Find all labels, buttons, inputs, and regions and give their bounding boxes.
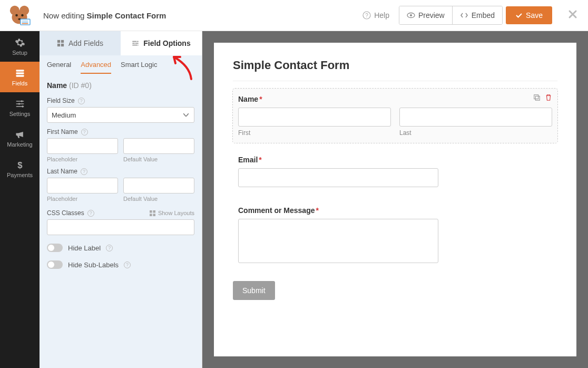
svg-point-17 [21,100,22,102]
nav-setup-label: Setup [12,50,27,56]
css-classes-input[interactable] [47,219,194,235]
field-heading-name: Name [47,81,67,90]
svg-rect-21 [57,40,60,43]
subtab-smart-logic[interactable]: Smart Logic [121,61,157,74]
placeholder-sublabel: Placeholder [47,156,118,162]
preview-submit-button[interactable]: Submit [233,281,275,300]
last-name-placeholder-input[interactable] [47,178,118,193]
eye-icon [407,11,415,20]
tab-field-options[interactable]: Field Options [121,31,202,55]
gear-icon [15,37,25,48]
field-size-select[interactable]: Medium [47,107,194,123]
wpforms-logo [6,5,33,26]
duplicate-icon[interactable] [533,94,541,101]
hide-label-toggle[interactable] [47,244,63,252]
preview-name-label: Name* [238,95,552,103]
default-value-sublabel: Default Value [123,156,194,162]
tab-add-fields[interactable]: Add Fields [40,31,121,55]
svg-point-4 [21,14,24,17]
preview-button[interactable]: Preview [399,6,452,24]
editing-label: Now editing Simple Contact Form [43,11,166,20]
help-icon[interactable]: ? [87,210,94,217]
sliders-small-icon [132,40,139,47]
sliders-icon [15,99,25,109]
svg-rect-30 [535,96,540,100]
trash-icon[interactable] [545,94,552,101]
tab-field-options-label: Field Options [143,39,190,47]
now-editing-text: Now editing [43,11,84,20]
help-icon[interactable]: ? [106,245,113,251]
form-name-title: Simple Contact Form [87,11,166,20]
check-icon [515,12,523,19]
nav-marketing[interactable]: Marketing [0,123,40,153]
field-heading-id: (ID #0) [69,81,92,90]
svg-point-3 [15,14,18,17]
last-name-label: Last Name ? [47,168,194,175]
svg-rect-28 [153,214,155,216]
default-value-sublabel: Default Value [123,196,194,202]
field-heading: Name (ID #0) [47,81,194,90]
subtab-advanced[interactable]: Advanced [81,61,111,74]
svg-rect-27 [150,214,152,216]
layouts-icon [150,210,155,216]
help-icon: ? [362,11,371,20]
hide-label-text: Hide Label [68,244,101,252]
left-nav: Setup Fields Settings Marketing $ Paymen… [0,31,40,368]
svg-rect-29 [534,95,538,99]
css-classes-label: CSS Classes ? [47,209,94,217]
help-icon[interactable]: ? [81,129,88,135]
hide-sublabels-text: Hide Sub-Labels [68,261,119,269]
code-icon [460,11,468,20]
last-name-default-input[interactable] [123,178,194,193]
svg-point-19 [22,105,23,107]
nav-marketing-label: Marketing [7,141,32,148]
nav-settings-label: Settings [9,111,31,117]
nav-settings[interactable]: Settings [0,92,40,123]
preview-first-input[interactable] [238,108,391,127]
preview-last-input[interactable] [399,108,552,127]
save-button[interactable]: Save [506,6,552,24]
close-builder-button[interactable] [568,8,577,22]
first-name-default-input[interactable] [123,138,194,154]
nav-fields[interactable]: Fields [0,62,40,92]
subtab-general[interactable]: General [47,61,71,74]
nav-payments[interactable]: $ Payments [0,153,40,184]
help-link[interactable]: ? Help [356,11,396,20]
svg-text:?: ? [365,13,368,18]
first-name-placeholder-input[interactable] [47,138,118,154]
help-icon[interactable]: ? [124,262,131,268]
show-layouts-link[interactable]: Show Layouts [150,210,194,216]
preview-email-label: Email* [238,156,552,164]
preview-form-title: Simple Contact Form [233,59,557,81]
help-icon[interactable]: ? [78,98,85,104]
svg-rect-25 [150,210,152,213]
nav-setup[interactable]: Setup [0,31,40,62]
field-options-sidebar: Add Fields Field Options General Advance… [40,31,202,368]
nav-fields-label: Fields [12,80,27,86]
svg-rect-9 [22,23,28,24]
svg-rect-15 [16,72,24,74]
preview-name-field[interactable]: Name* First Last [233,89,557,143]
svg-point-18 [18,103,19,104]
help-icon[interactable]: ? [81,168,87,175]
close-icon [568,9,577,19]
svg-rect-22 [61,40,64,43]
tab-add-fields-label: Add Fields [68,39,103,47]
preview-email-input[interactable] [238,168,438,187]
preview-comment-textarea[interactable] [238,219,438,263]
help-label: Help [374,11,389,20]
preview-embed-group: Preview Embed [399,6,503,25]
show-layouts-label: Show Layouts [158,210,194,216]
preview-label: Preview [418,11,445,20]
svg-rect-16 [16,75,24,76]
nav-payments-label: Payments [7,172,33,178]
embed-button[interactable]: Embed [452,6,502,24]
top-header: Now editing Simple Contact Form ? Help P… [0,0,588,31]
preview-comment-field[interactable]: Comment or Message* [233,200,557,269]
hide-sublabels-toggle[interactable] [47,260,63,269]
form-preview: Simple Contact Form Name* First [214,43,576,356]
svg-rect-26 [153,210,155,213]
fields-icon [15,68,25,79]
field-size-label: Field Size ? [47,97,194,104]
preview-email-field[interactable]: Email* [233,149,557,193]
